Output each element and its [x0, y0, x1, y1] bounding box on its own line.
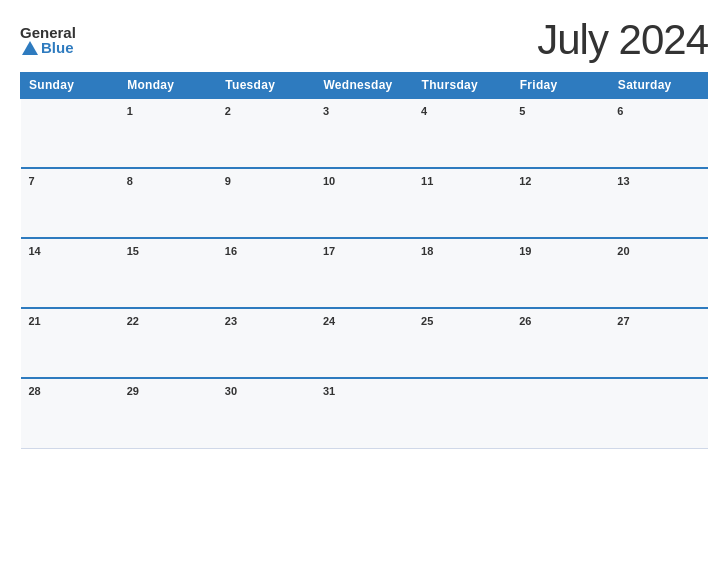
day-cell	[413, 378, 511, 448]
col-tuesday: Tuesday	[217, 73, 315, 99]
day-cell: 3	[315, 98, 413, 168]
day-cell: 28	[21, 378, 119, 448]
day-cell: 30	[217, 378, 315, 448]
day-cell	[609, 378, 707, 448]
day-cell: 4	[413, 98, 511, 168]
day-cell: 1	[119, 98, 217, 168]
day-cell: 22	[119, 308, 217, 378]
col-sunday: Sunday	[21, 73, 119, 99]
week-row-5: 28 29 30 31	[21, 378, 708, 448]
day-cell: 19	[511, 238, 609, 308]
day-cell: 27	[609, 308, 707, 378]
day-cell: 29	[119, 378, 217, 448]
day-cell: 7	[21, 168, 119, 238]
days-of-week-row: Sunday Monday Tuesday Wednesday Thursday…	[21, 73, 708, 99]
day-cell: 2	[217, 98, 315, 168]
logo-general-text: General	[20, 25, 76, 40]
col-thursday: Thursday	[413, 73, 511, 99]
day-cell: 20	[609, 238, 707, 308]
day-cell: 26	[511, 308, 609, 378]
day-cell: 18	[413, 238, 511, 308]
col-friday: Friday	[511, 73, 609, 99]
day-cell: 31	[315, 378, 413, 448]
week-row-3: 14 15 16 17 18 19 20	[21, 238, 708, 308]
day-cell: 17	[315, 238, 413, 308]
day-cell: 9	[217, 168, 315, 238]
day-cell: 11	[413, 168, 511, 238]
logo: General Blue	[20, 25, 76, 55]
week-row-2: 7 8 9 10 11 12 13	[21, 168, 708, 238]
day-cell: 16	[217, 238, 315, 308]
day-cell: 24	[315, 308, 413, 378]
col-saturday: Saturday	[609, 73, 707, 99]
day-cell: 12	[511, 168, 609, 238]
logo-triangle-icon	[22, 41, 38, 55]
calendar-body: 1 2 3 4 5 6 7 8 9 10 11 12 13 14 15 16 1…	[21, 98, 708, 448]
week-row-4: 21 22 23 24 25 26 27	[21, 308, 708, 378]
header: General Blue July 2024	[20, 16, 708, 64]
day-cell: 15	[119, 238, 217, 308]
day-cell: 10	[315, 168, 413, 238]
day-cell	[21, 98, 119, 168]
day-cell: 21	[21, 308, 119, 378]
month-title: July 2024	[537, 16, 708, 64]
col-monday: Monday	[119, 73, 217, 99]
col-wednesday: Wednesday	[315, 73, 413, 99]
calendar-header: Sunday Monday Tuesday Wednesday Thursday…	[21, 73, 708, 99]
day-cell: 5	[511, 98, 609, 168]
day-cell: 6	[609, 98, 707, 168]
week-row-1: 1 2 3 4 5 6	[21, 98, 708, 168]
calendar-page: General Blue July 2024 Sunday Monday Tue…	[0, 0, 728, 563]
logo-blue-text: Blue	[41, 40, 74, 55]
day-cell: 14	[21, 238, 119, 308]
calendar-table: Sunday Monday Tuesday Wednesday Thursday…	[20, 72, 708, 449]
day-cell: 13	[609, 168, 707, 238]
day-cell: 25	[413, 308, 511, 378]
day-cell: 23	[217, 308, 315, 378]
day-cell: 8	[119, 168, 217, 238]
day-cell	[511, 378, 609, 448]
